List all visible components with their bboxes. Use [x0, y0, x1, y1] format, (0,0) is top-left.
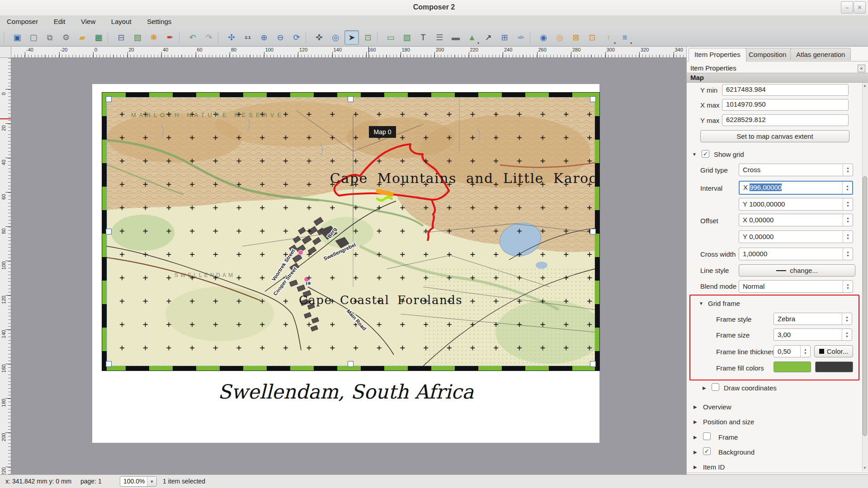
selection-handle-sw[interactable]	[106, 361, 112, 367]
spinner-icon[interactable]: ▲▼	[843, 198, 853, 210]
save-as-template-button[interactable]: ▦	[91, 30, 106, 45]
draw-coordinates-checkbox[interactable]	[712, 383, 719, 391]
tab-composition[interactable]: Composition	[743, 48, 792, 61]
show-grid-checkbox[interactable]: ✓	[702, 150, 709, 158]
frame-color-button[interactable]: Color...	[814, 345, 853, 357]
print-button[interactable]: ⊟	[114, 30, 128, 45]
interval-x-field[interactable]: X 996,00000 ▲▼	[739, 181, 853, 195]
spinner-icon[interactable]: ▲▼	[843, 281, 853, 292]
frame-fill-color1-button[interactable]	[774, 361, 811, 372]
line-style-button[interactable]: change...	[739, 264, 855, 277]
selection-handle-n[interactable]	[348, 96, 354, 102]
ymin-field[interactable]: 6217483.984	[722, 84, 849, 96]
spinner-icon[interactable]: ▲▼	[843, 214, 853, 226]
selection-handle-ne[interactable]	[590, 96, 596, 102]
add-new-map-button[interactable]: ▭	[383, 30, 398, 45]
offset-x-field[interactable]: X 0,00000 ▲▼	[739, 214, 853, 226]
interval-y-field[interactable]: Y 1000,00000 ▲▼	[739, 198, 853, 211]
tab-item-properties[interactable]: Item Properties	[689, 48, 746, 61]
selection-handle-s[interactable]	[348, 361, 354, 367]
offset-y-field[interactable]: Y 0,00000 ▲▼	[739, 230, 853, 243]
grid-frame-expander-icon[interactable]: ▼	[699, 301, 703, 306]
lock-items-button[interactable]: ⊠	[569, 30, 583, 45]
zoom-full-button[interactable]: ✣	[224, 30, 239, 45]
undo-button[interactable]: ↶	[185, 30, 200, 45]
frame-checkbox[interactable]	[703, 432, 711, 440]
spinner-icon[interactable]: ▲▼	[800, 346, 810, 357]
pan-button[interactable]: ✜	[312, 30, 326, 45]
export-as-pdf-button[interactable]: ✒	[163, 30, 177, 45]
cross-width-field[interactable]: 1,00000 ▲▼	[739, 248, 853, 260]
frame-style-combo[interactable]: Zebra ▲▼	[774, 313, 852, 325]
grid-type-combo[interactable]: Cross ▲▼	[739, 164, 853, 176]
item-id-expander-icon[interactable]: ▶	[693, 465, 697, 469]
align-items-button[interactable]: ≡▾	[618, 30, 632, 45]
add-html-button[interactable]: </>	[514, 30, 528, 45]
scroll-up-icon[interactable]: ▲	[863, 84, 867, 88]
zoom-actual-size-button[interactable]: 1:1	[241, 30, 255, 45]
ymax-field[interactable]: 6228529.812	[722, 114, 849, 126]
selection-handle-e[interactable]	[590, 229, 596, 235]
minimize-button[interactable]: –	[841, 1, 853, 14]
add-image-button[interactable]: ▧	[400, 30, 414, 45]
zoom-level-combo[interactable]: 100.0% ▼	[120, 476, 157, 487]
menu-layout[interactable]: Layout	[104, 15, 138, 28]
background-expander-icon[interactable]: ▶	[693, 450, 697, 455]
selection-handle-w[interactable]	[106, 229, 112, 235]
menu-edit[interactable]: Edit	[47, 15, 72, 28]
zoom-in-button[interactable]: ⊕	[257, 30, 271, 45]
add-attribute-table-button[interactable]: ⊞	[497, 30, 512, 45]
move-item-content-button[interactable]: ⊡	[361, 30, 375, 45]
panel-close-button[interactable]: ✕	[858, 65, 865, 72]
unlock-items-button[interactable]: ⊡	[585, 30, 599, 45]
spinner-icon[interactable]: ▲▼	[842, 182, 852, 194]
duplicate-composition-button[interactable]: ⧉	[42, 30, 57, 45]
position-size-expander-icon[interactable]: ▶	[693, 419, 697, 424]
overview-expander-icon[interactable]: ▶	[693, 404, 697, 409]
spinner-icon[interactable]: ▲▼	[842, 313, 852, 324]
group-items-button[interactable]: ◉	[536, 30, 551, 45]
add-arrow-button[interactable]: ↗	[481, 30, 495, 45]
menu-composer[interactable]: Composer	[0, 15, 45, 28]
export-as-svg-button[interactable]: ❋	[146, 30, 161, 45]
export-as-image-button[interactable]: ▧	[130, 30, 145, 45]
map-item[interactable]: MARLOTH NATURE RESERVE SWELLENDAM Cape M…	[102, 93, 599, 371]
blend-mode-combo[interactable]: Normal ▲▼	[739, 280, 853, 293]
add-legend-button[interactable]: ☰	[432, 30, 447, 45]
spinner-icon[interactable]: ▲▼	[842, 329, 852, 340]
add-shape-button[interactable]: ▲▾	[465, 30, 479, 45]
xmax-field[interactable]: 1014970.950	[722, 99, 849, 111]
raise-items-button[interactable]: ↑▾	[601, 30, 616, 45]
background-checkbox[interactable]: ✓	[703, 447, 711, 455]
chevron-down-icon[interactable]: ▼	[147, 477, 156, 486]
spinner-icon[interactable]: ▲▼	[843, 164, 853, 176]
zoom-tool-button[interactable]: ◎	[328, 30, 343, 45]
menu-settings[interactable]: Settings	[140, 15, 178, 28]
selection-handle-se[interactable]	[590, 361, 596, 367]
frame-expander-icon[interactable]: ▶	[693, 435, 697, 440]
panel-scrollbar-thumb[interactable]	[863, 176, 867, 436]
frame-line-thickness-field[interactable]: 0,50 ▲▼	[774, 345, 811, 357]
scroll-down-icon[interactable]: ▼	[863, 466, 867, 470]
draw-coordinates-expander-icon[interactable]: ▶	[703, 385, 706, 390]
composition-page[interactable]: MARLOTH NATURE RESERVE SWELLENDAM Cape M…	[92, 84, 599, 443]
zoom-out-button[interactable]: ⊖	[273, 30, 288, 45]
frame-fill-color2-button[interactable]	[815, 361, 853, 372]
frame-size-field[interactable]: 3,00 ▲▼	[774, 328, 852, 341]
redo-button[interactable]: ↷	[202, 30, 216, 45]
tab-atlas-generation[interactable]: Atlas generation	[790, 48, 851, 61]
menu-view[interactable]: View	[74, 15, 102, 28]
show-grid-expander-icon[interactable]: ▼	[692, 152, 697, 157]
save-composition-button[interactable]: ▣	[10, 30, 24, 45]
add-scalebar-button[interactable]: ▬	[448, 30, 463, 45]
add-label-button[interactable]: T	[416, 30, 430, 45]
ungroup-items-button[interactable]: ◎	[552, 30, 567, 45]
composition-title-label[interactable]: Swellendam, South Africa	[92, 380, 599, 403]
selection-handle-nw[interactable]	[106, 96, 112, 102]
refresh-view-button[interactable]: ⟳	[289, 30, 304, 45]
set-extent-button[interactable]: Set to map canvas extent	[700, 130, 849, 142]
close-button[interactable]: ✕	[854, 1, 866, 14]
select-move-item-button[interactable]: ➤	[344, 30, 359, 45]
spinner-icon[interactable]: ▲▼	[843, 248, 853, 260]
spinner-icon[interactable]: ▲▼	[843, 231, 853, 243]
